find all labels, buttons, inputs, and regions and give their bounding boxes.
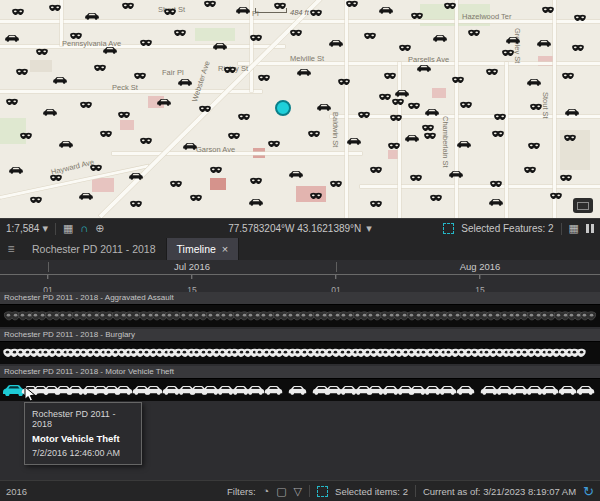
mask-marker-icon[interactable]: [410, 174, 423, 182]
snapping-icon[interactable]: ∩: [80, 223, 88, 234]
car-marker-icon[interactable]: [297, 68, 312, 76]
mask-marker-icon[interactable]: [411, 12, 424, 20]
mask-marker-icon[interactable]: [20, 132, 33, 140]
car-event-icon[interactable]: [288, 385, 307, 395]
extent-filter-icon[interactable]: ▢: [276, 486, 286, 497]
track-strip[interactable]: [0, 378, 600, 401]
panel-menu-icon[interactable]: ≡: [0, 238, 22, 260]
close-icon[interactable]: ×: [222, 243, 228, 255]
pause-drawing-icon[interactable]: [586, 224, 594, 233]
mask-marker-icon[interactable]: [140, 137, 153, 145]
mask-marker-icon[interactable]: [134, 72, 147, 80]
mask-marker-icon[interactable]: [572, 44, 585, 52]
car-marker-icon[interactable]: [379, 6, 394, 14]
mask-event-icon[interactable]: [569, 348, 587, 358]
mask-marker-icon[interactable]: [550, 192, 563, 200]
car-marker-icon[interactable]: [347, 137, 362, 145]
mask-marker-icon[interactable]: [444, 2, 457, 10]
car-marker-icon[interactable]: [5, 34, 20, 42]
mask-marker-icon[interactable]: [190, 194, 203, 202]
car-marker-icon[interactable]: [183, 142, 198, 150]
time-filter-icon[interactable]: ◔: [263, 486, 270, 497]
car-marker-icon[interactable]: [329, 39, 344, 47]
car-marker-icon[interactable]: [457, 140, 472, 148]
car-event-icon[interactable]: [114, 385, 133, 395]
car-marker-icon[interactable]: [289, 170, 304, 178]
car-marker-icon[interactable]: [9, 166, 24, 174]
mask-marker-icon[interactable]: [16, 68, 29, 76]
car-marker-icon[interactable]: [565, 108, 580, 116]
car-marker-icon[interactable]: [317, 103, 332, 111]
mask-marker-icon[interactable]: [6, 98, 19, 106]
mask-marker-icon[interactable]: [338, 78, 351, 86]
mask-marker-icon[interactable]: [164, 8, 177, 16]
tab-timeline[interactable]: Timeline ×: [167, 238, 240, 260]
mask-marker-icon[interactable]: [422, 124, 435, 132]
mask-marker-icon[interactable]: [50, 174, 63, 182]
mask-marker-icon[interactable]: [204, 0, 217, 8]
map-view[interactable]: Short StPlHazelwood TerPennsylvania AveM…: [0, 0, 600, 218]
car-marker-icon[interactable]: [449, 170, 464, 178]
car-marker-icon[interactable]: [213, 42, 228, 50]
mask-marker-icon[interactable]: [330, 180, 343, 188]
car-marker-icon[interactable]: [157, 98, 172, 106]
mask-marker-icon[interactable]: [560, 174, 573, 182]
mask-marker-icon[interactable]: [90, 164, 103, 172]
mask-marker-icon[interactable]: [468, 29, 481, 37]
coordinates-display[interactable]: 77.5783204°W 43.1621389°N ▾: [228, 223, 372, 234]
mask-marker-icon[interactable]: [130, 200, 143, 208]
mask-event-icon[interactable]: [579, 311, 597, 321]
mask-marker-icon[interactable]: [49, 4, 62, 12]
mask-marker-icon[interactable]: [388, 142, 401, 150]
mask-marker-icon[interactable]: [562, 72, 575, 80]
mask-marker-icon[interactable]: [308, 130, 321, 138]
car-marker-icon[interactable]: [85, 12, 100, 20]
map-scale-dropdown[interactable]: 1:7,584 ▾: [6, 223, 48, 234]
car-marker-icon[interactable]: [236, 6, 251, 14]
car-marker-icon[interactable]: [506, 36, 521, 44]
mask-marker-icon[interactable]: [364, 32, 377, 40]
mask-marker-icon[interactable]: [390, 114, 403, 122]
mask-marker-icon[interactable]: [460, 101, 473, 109]
mask-marker-icon[interactable]: [430, 194, 443, 202]
mask-marker-icon[interactable]: [392, 98, 405, 106]
mask-marker-icon[interactable]: [238, 113, 251, 121]
car-marker-icon[interactable]: [103, 46, 118, 54]
timeline-ruler[interactable]: Jul 2016 Aug 2016 01 15 01 15: [0, 260, 600, 290]
mask-marker-icon[interactable]: [524, 166, 537, 174]
overview-map-button[interactable]: [573, 198, 593, 213]
car-marker-icon[interactable]: [395, 89, 410, 97]
mask-marker-icon[interactable]: [36, 48, 49, 56]
mask-marker-icon[interactable]: [290, 29, 303, 37]
selected-feature-point[interactable]: [275, 100, 291, 116]
mask-marker-icon[interactable]: [174, 29, 187, 37]
car-marker-icon[interactable]: [425, 108, 440, 116]
mask-marker-icon[interactable]: [250, 34, 263, 42]
tab-map-view[interactable]: Rochester PD 2011 - 2018: [22, 238, 167, 260]
mask-marker-icon[interactable]: [408, 102, 421, 110]
car-marker-icon[interactable]: [59, 140, 74, 148]
mask-marker-icon[interactable]: [118, 111, 131, 119]
mask-marker-icon[interactable]: [564, 134, 577, 142]
track-strip[interactable]: [0, 341, 600, 364]
car-marker-icon[interactable]: [433, 34, 448, 42]
mask-marker-icon[interactable]: [100, 130, 113, 138]
mask-marker-icon[interactable]: [528, 142, 541, 150]
car-event-icon[interactable]: [264, 385, 283, 395]
mask-marker-icon[interactable]: [210, 166, 223, 174]
mask-marker-icon[interactable]: [199, 105, 212, 113]
car-marker-icon[interactable]: [53, 76, 68, 84]
car-marker-icon[interactable]: [79, 192, 94, 200]
mask-marker-icon[interactable]: [424, 132, 437, 140]
mask-marker-icon[interactable]: [384, 72, 397, 80]
car-marker-icon[interactable]: [405, 134, 420, 142]
mask-marker-icon[interactable]: [122, 2, 135, 10]
mask-marker-icon[interactable]: [379, 93, 392, 101]
car-event-icon[interactable]: [144, 385, 163, 395]
mask-marker-icon[interactable]: [370, 200, 383, 208]
car-marker-icon[interactable]: [43, 108, 58, 116]
car-marker-icon[interactable]: [249, 198, 264, 206]
mask-marker-icon[interactable]: [494, 113, 507, 121]
mask-marker-icon[interactable]: [224, 66, 237, 74]
mask-marker-icon[interactable]: [70, 32, 83, 40]
